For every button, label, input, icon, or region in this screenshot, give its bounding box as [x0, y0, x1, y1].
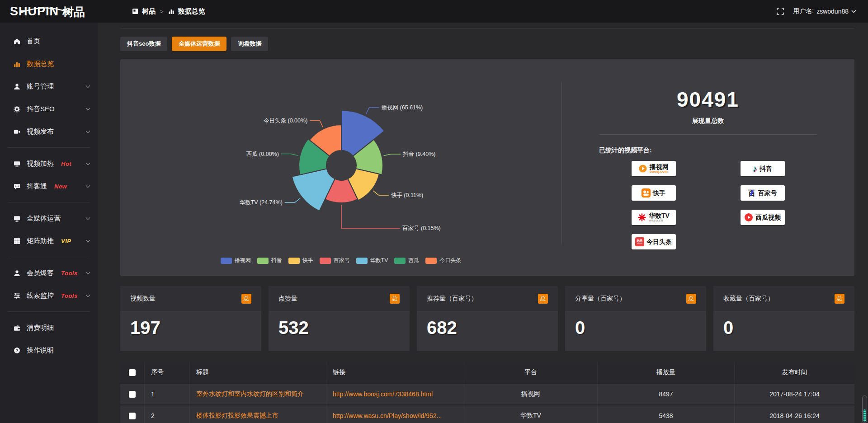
- select-all-checkbox[interactable]: [129, 369, 136, 376]
- chat-icon: [14, 183, 20, 190]
- sidebar-item-badge: Tools: [61, 292, 78, 299]
- tab-button[interactable]: 询盘数据: [231, 37, 268, 51]
- sidebar-item[interactable]: 消费明细: [0, 316, 98, 339]
- sidebar-item[interactable]: 会员爆客Tools: [0, 262, 98, 284]
- baijiahao-logo: 百: [748, 189, 756, 197]
- legend-label: 西瓜: [408, 257, 419, 264]
- tab-button[interactable]: 抖音seo数据: [120, 37, 167, 51]
- sidebar-item-label: 视频发布: [27, 127, 54, 136]
- chevron-down-icon: [86, 183, 90, 188]
- stat-card-value: 0: [565, 311, 706, 338]
- platform-domain: boosj.com: [650, 170, 669, 174]
- sidebar-item[interactable]: 抖客通New: [0, 175, 98, 197]
- scrollbar[interactable]: [862, 395, 867, 423]
- table-cell-platform: 华数TV: [464, 405, 598, 423]
- legend-color-chip: [356, 258, 368, 264]
- table-row: 2楼体投影灯投影效果震撼上市http://www.wasu.cn/Play/sh…: [120, 404, 854, 423]
- stat-card-value: 682: [417, 311, 558, 338]
- legend-label: 抖音: [271, 257, 282, 264]
- table-cell-select: [120, 384, 145, 404]
- heat-icon: [14, 160, 20, 167]
- main-content: 抖音seo数据全媒体运营数据询盘数据 播视网 (65.61%)抖音 (9.40%…: [98, 23, 868, 423]
- table-header-cell: 播放量: [598, 362, 735, 383]
- user-menu[interactable]: 用户名: zswodun88: [793, 7, 856, 15]
- pie-label-line: [373, 191, 389, 195]
- stat-card: 收藏量（百家号） 总 0: [713, 286, 854, 351]
- sidebar-item[interactable]: 全媒体运营: [0, 207, 98, 230]
- chevron-down-icon: [86, 270, 90, 275]
- breadcrumb-current[interactable]: 数据总览: [178, 7, 205, 16]
- select-row-checkbox[interactable]: [129, 391, 136, 398]
- platforms-block: 已统计的视频平台: 播视网boosj.com快手华数TVwasu.cn头条今日头…: [599, 146, 817, 249]
- sidebar-item-label: 数据总览: [27, 60, 54, 68]
- legend-label: 播视网: [235, 257, 251, 264]
- sidebar-item-label: 矩阵助推: [27, 237, 54, 245]
- member-icon: [14, 270, 20, 277]
- sidebar-item[interactable]: 视频发布: [0, 120, 98, 143]
- chevron-down-icon: [86, 238, 90, 243]
- total-badge[interactable]: 总: [686, 294, 696, 304]
- breadcrumb-current-icon: [168, 8, 175, 14]
- stat-card-value: 197: [120, 311, 261, 338]
- chevron-down-icon: [86, 216, 90, 220]
- legend-item[interactable]: 快手: [288, 257, 313, 264]
- sidebar-item[interactable]: ?操作说明: [0, 339, 98, 362]
- platform-badge: 百百家号: [741, 185, 785, 201]
- legend-color-chip: [288, 258, 300, 264]
- stat-card-value: 532: [269, 311, 410, 338]
- table-cell-select: [120, 405, 145, 423]
- table-header-cell: 链接: [326, 362, 464, 383]
- breadcrumb-root[interactable]: 树品: [142, 7, 156, 16]
- legend-item[interactable]: 西瓜: [394, 257, 419, 264]
- stat-card-label: 视频数量: [130, 295, 156, 303]
- username-label: 用户名:: [793, 7, 814, 15]
- platforms-column: ♪抖音百百家号西瓜视频: [708, 161, 817, 249]
- sidebar-item[interactable]: 账号管理: [0, 75, 98, 98]
- pie-label: 百家号 (0.15%): [402, 225, 441, 231]
- legend-color-chip: [394, 258, 406, 264]
- platforms-grid: 播视网boosj.com快手华数TVwasu.cn头条今日头条♪抖音百百家号西瓜…: [599, 161, 817, 249]
- sidebar-item-badge: New: [54, 183, 67, 190]
- legend-item[interactable]: 百家号: [320, 257, 350, 264]
- sidebar-item[interactable]: 线索监控Tools: [0, 284, 98, 307]
- chevron-down-icon: [851, 10, 856, 13]
- legend-item[interactable]: 华数TV: [356, 257, 388, 264]
- legend-label: 今日头条: [439, 257, 461, 264]
- table-cell-title[interactable]: 楼体投影灯投影效果震撼上市: [190, 405, 326, 423]
- legend-item[interactable]: 播视网: [221, 257, 251, 264]
- sidebar-item[interactable]: 抖音SEO: [0, 98, 98, 120]
- total-badge[interactable]: 总: [390, 294, 400, 304]
- total-badge[interactable]: 总: [538, 294, 548, 304]
- legend-item[interactable]: 抖音: [257, 257, 282, 264]
- sidebar-item[interactable]: 矩阵助推VIP: [0, 230, 98, 252]
- total-impressions-value: 90491: [561, 87, 854, 112]
- pie-label-line: [281, 154, 298, 156]
- overview-stats: 90491 展现量总数 已统计的视频平台: 播视网boosj.com快手华数TV…: [561, 59, 854, 249]
- sidebar-divider: [8, 202, 90, 202]
- table-cell-link[interactable]: http://www.boosj.com/7338468.html: [326, 384, 464, 404]
- fullscreen-icon[interactable]: [777, 8, 784, 15]
- total-badge[interactable]: 总: [241, 294, 251, 304]
- table-cell-link[interactable]: http://www.wasu.cn/Play/show/id/952...: [326, 405, 464, 423]
- sidebar-divider: [8, 257, 90, 257]
- table-cell-title[interactable]: 室外水纹灯和室内水纹灯的区别和简介: [190, 384, 326, 404]
- breadcrumb: 树品 > 数据总览: [132, 7, 205, 16]
- total-badge[interactable]: 总: [835, 294, 844, 304]
- legend-item[interactable]: 今日头条: [425, 257, 461, 264]
- pie-label: 播视网 (65.61%): [382, 104, 423, 111]
- table-cell-time: 2018-04-26 16:24: [735, 405, 854, 423]
- table-cell-platform: 播视网: [464, 384, 598, 404]
- tab-button[interactable]: 全媒体运营数据: [172, 37, 226, 51]
- stat-card-header: 分享量（百家号） 总: [565, 286, 706, 311]
- sidebar-item[interactable]: 首页: [0, 30, 98, 52]
- sidebar-item[interactable]: 数据总览: [0, 52, 98, 75]
- breadcrumb-separator: >: [160, 8, 164, 15]
- scrollbar-thumb[interactable]: [863, 409, 866, 422]
- select-row-checkbox[interactable]: [129, 413, 136, 419]
- monitor-icon: [14, 215, 20, 222]
- pie-slice[interactable]: [292, 169, 335, 211]
- app-logo: SHUPIN 树品: [0, 5, 113, 18]
- sidebar-divider: [8, 311, 90, 312]
- sidebar-item[interactable]: 视频加热Hot: [0, 152, 98, 175]
- platform-badge: 西瓜视频: [741, 210, 785, 225]
